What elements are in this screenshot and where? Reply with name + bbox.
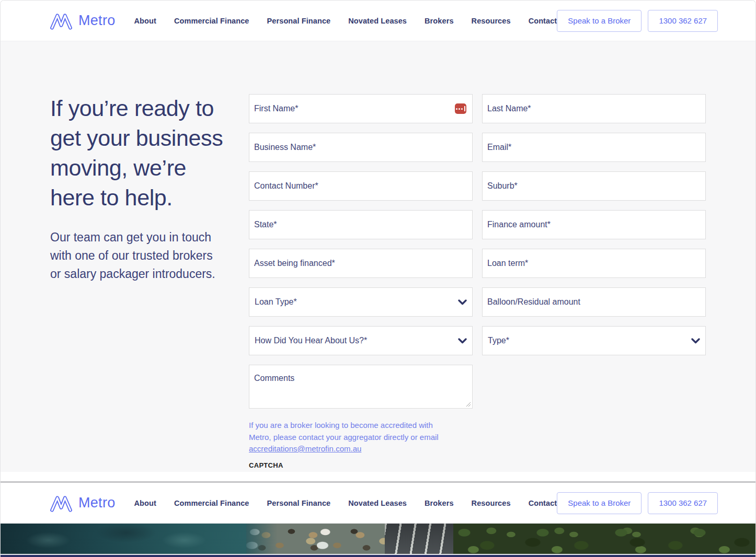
photo-forest — [453, 524, 755, 554]
white-gap — [1, 472, 755, 481]
nav-contact[interactable]: Contact — [529, 17, 557, 25]
chevron-down-icon — [458, 338, 467, 344]
state-field — [249, 210, 473, 239]
captcha-label: CAPTCHA — [249, 461, 283, 469]
loan-term-field — [482, 249, 706, 278]
accreditations-email-link[interactable]: accreditations@metrofin.com.au — [249, 444, 361, 453]
metro-logo-icon — [49, 492, 73, 514]
type-select[interactable]: Type* — [482, 326, 706, 355]
nav-personal-finance[interactable]: Personal Finance — [267, 499, 331, 507]
form-column-left: Loan Type* How Did You Hear About Us?* — [249, 94, 473, 409]
phone-number-button[interactable]: 1300 362 627 — [648, 492, 718, 514]
metro-logo[interactable]: Metro — [49, 492, 116, 514]
bottom-navy-bar — [1, 555, 755, 557]
nav-personal-finance[interactable]: Personal Finance — [267, 17, 331, 25]
contact-section: If you’re ready to get your business mov… — [1, 41, 755, 472]
suburb-field — [482, 171, 706, 201]
nav-novated-leases[interactable]: Novated Leases — [348, 17, 407, 25]
metro-logo-icon — [49, 10, 73, 32]
broker-accreditation-note: If you are a broker looking to become ac… — [249, 420, 454, 455]
photo-road — [385, 524, 455, 554]
speak-to-broker-button[interactable]: Speak to a Broker — [557, 492, 642, 514]
header-cta-group: Speak to a Broker 1300 362 627 — [557, 10, 718, 32]
chevron-down-icon — [458, 299, 467, 305]
nav-brokers[interactable]: Brokers — [425, 499, 454, 507]
asset-financed-input[interactable] — [249, 249, 473, 278]
first-name-field — [249, 94, 473, 123]
balloon-amount-field — [482, 287, 706, 317]
loan-type-select[interactable]: Loan Type* — [249, 287, 473, 317]
first-name-input[interactable] — [249, 94, 473, 123]
contact-number-field — [249, 171, 473, 201]
nav-resources[interactable]: Resources — [472, 17, 511, 25]
suburb-input[interactable] — [482, 171, 706, 201]
top-header: Metro About Commercial Finance Personal … — [1, 1, 755, 41]
nav-commercial-finance[interactable]: Commercial Finance — [174, 499, 249, 507]
asset-financed-field — [249, 249, 473, 278]
main-nav: About Commercial Finance Personal Financ… — [134, 499, 557, 507]
nav-resources[interactable]: Resources — [472, 499, 511, 507]
form-column-right: Type* — [482, 94, 706, 409]
header-cta-group: Speak to a Broker 1300 362 627 — [557, 492, 718, 514]
state-input[interactable] — [249, 210, 473, 239]
finance-amount-field — [482, 210, 706, 239]
comments-field — [249, 365, 473, 409]
comments-textarea[interactable] — [249, 365, 473, 409]
business-name-input[interactable] — [249, 133, 473, 162]
chevron-down-icon — [691, 338, 700, 344]
last-name-field — [482, 94, 706, 123]
nav-commercial-finance[interactable]: Commercial Finance — [174, 17, 249, 25]
nav-contact[interactable]: Contact — [529, 499, 557, 507]
contact-form: Loan Type* How Did You Hear About Us?* — [249, 94, 706, 409]
nav-novated-leases[interactable]: Novated Leases — [348, 499, 407, 507]
lower-header: Metro About Commercial Finance Personal … — [1, 483, 755, 524]
photo-ocean — [1, 524, 272, 554]
email-field — [482, 133, 706, 162]
business-name-field — [249, 133, 473, 162]
metro-logo-text: Metro — [78, 495, 116, 511]
metro-logo-text: Metro — [78, 13, 116, 29]
finance-amount-input[interactable] — [482, 210, 706, 239]
speak-to-broker-button[interactable]: Speak to a Broker — [557, 10, 642, 32]
nav-about[interactable]: About — [134, 499, 156, 507]
nav-about[interactable]: About — [134, 17, 156, 25]
loan-term-input[interactable] — [482, 249, 706, 278]
page: Metro About Commercial Finance Personal … — [0, 0, 756, 557]
email-input[interactable] — [482, 133, 706, 162]
metro-logo[interactable]: Metro — [49, 10, 116, 32]
last-name-input[interactable] — [482, 94, 706, 123]
hero-aerial-photo — [1, 524, 755, 554]
autofill-extension-icon[interactable] — [455, 103, 466, 114]
nav-brokers[interactable]: Brokers — [425, 17, 454, 25]
page-title: If you’re ready to get your business mov… — [50, 94, 233, 213]
page-subtitle: Our team can get you in touch with one o… — [50, 228, 220, 283]
contact-number-input[interactable] — [249, 171, 473, 201]
hear-about-select[interactable]: How Did You Hear About Us?* — [249, 326, 473, 355]
phone-number-button[interactable]: 1300 362 627 — [648, 10, 718, 32]
balloon-amount-input[interactable] — [482, 287, 706, 317]
hero-copy: If you’re ready to get your business mov… — [50, 94, 233, 283]
main-nav: About Commercial Finance Personal Financ… — [134, 17, 557, 25]
photo-rocky-shore — [246, 524, 387, 554]
